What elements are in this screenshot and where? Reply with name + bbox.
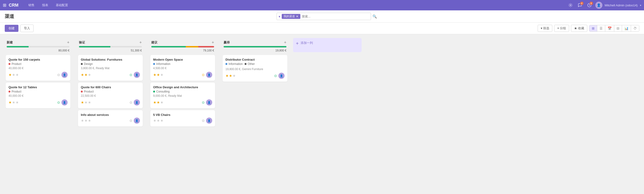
group-button[interactable]: ≡ 分组 xyxy=(554,25,569,32)
user-chevron[interactable]: ▾ xyxy=(640,4,641,6)
search-icon[interactable]: 🔍 xyxy=(372,14,377,19)
kanban-card[interactable]: 5 VB Chairs ★★★ ⊙ 👤 xyxy=(150,110,215,127)
card-title: Modern Open Space xyxy=(153,58,212,61)
create-button[interactable]: 创建 xyxy=(5,25,18,32)
star-1[interactable]: ★ xyxy=(81,119,84,123)
star-3[interactable]: ★ xyxy=(16,73,19,77)
kanban-board: 新建 + 80,000 € Quote for 150 carpets Prod… xyxy=(0,34,644,194)
add-column-button[interactable]: + 添加一列 xyxy=(293,38,362,52)
star-1[interactable]: ★ xyxy=(8,73,12,77)
menu-reports[interactable]: 报表 xyxy=(39,2,52,9)
card-icons: ⊙ 👤 xyxy=(57,99,68,106)
view-activity[interactable]: ⏱ xyxy=(631,25,639,31)
card-stars[interactable]: ★★★ xyxy=(8,100,19,105)
card-stars[interactable]: ★★★ xyxy=(226,74,236,78)
kanban-card[interactable]: Quote for 150 carpets Product 40,000.00 … xyxy=(6,55,70,81)
card-stars[interactable]: ★★★ xyxy=(8,73,19,77)
star-3[interactable]: ★ xyxy=(160,73,163,77)
star-3[interactable]: ★ xyxy=(232,74,236,78)
card-title: Quote for 600 Chairs xyxy=(81,85,140,89)
kanban-card[interactable]: Info about services ★★★ ⊙ 👤 xyxy=(78,110,143,127)
kanban-card[interactable]: Quote for 600 Chairs Product 22,500.00 €… xyxy=(78,83,143,108)
star-2[interactable]: ★ xyxy=(157,73,160,77)
star-2[interactable]: ★ xyxy=(12,73,15,77)
card-stars[interactable]: ★★★ xyxy=(81,119,91,123)
grid-icon[interactable]: ⊞ xyxy=(3,2,6,8)
column-add-won[interactable]: + xyxy=(284,40,286,45)
column-add-proposal[interactable]: + xyxy=(212,40,214,45)
star-1[interactable]: ★ xyxy=(153,100,156,105)
kanban-cards-won: Distributor Contract Information Other 1… xyxy=(221,54,289,84)
star-3[interactable]: ★ xyxy=(160,100,163,105)
star-2[interactable]: ★ xyxy=(157,119,160,123)
star-1[interactable]: ★ xyxy=(153,73,156,77)
card-footer: ★★★ ⊙ 👤 xyxy=(153,99,212,106)
card-stars[interactable]: ★★★ xyxy=(153,73,163,77)
app-logo[interactable]: CRM xyxy=(9,3,18,8)
search-input[interactable] xyxy=(302,15,369,18)
star-2[interactable]: ★ xyxy=(84,73,88,77)
star-1[interactable]: ★ xyxy=(81,73,84,77)
star-1[interactable]: ★ xyxy=(153,119,156,123)
view-table[interactable]: ⊟ xyxy=(614,25,622,31)
kanban-card[interactable]: Distributor Contract Information Other 1… xyxy=(222,55,288,82)
filter-tag[interactable]: 我的渠道 ✕ xyxy=(282,14,300,19)
kanban-card[interactable]: Modern Open Space Information 4,500.00 €… xyxy=(150,55,215,81)
search-area: ▾ 我的渠道 ✕ 🔍 xyxy=(19,13,634,20)
bug-icon-btn[interactable] xyxy=(567,2,574,9)
avatar[interactable]: 👤 xyxy=(595,2,602,9)
card-stars[interactable]: ★★★ xyxy=(153,119,163,123)
star-3[interactable]: ★ xyxy=(16,100,19,105)
star-2[interactable]: ★ xyxy=(157,100,160,105)
view-chart[interactable]: 📊 xyxy=(622,25,631,31)
card-icons: ⊙ 👤 xyxy=(130,72,140,78)
add-column-label: 添加一列 xyxy=(300,41,313,45)
user-name[interactable]: Mitchell Admin (odoo14) xyxy=(605,3,638,7)
star-1[interactable]: ★ xyxy=(81,100,84,105)
filter-tag-remove[interactable]: ✕ xyxy=(296,15,298,18)
kanban-card[interactable]: Quote for 12 Tables Product 40,000.00 € … xyxy=(6,83,70,108)
clock-icon: ⊙ xyxy=(202,73,205,77)
tag-dot xyxy=(153,63,155,65)
star-2[interactable]: ★ xyxy=(84,119,88,123)
menu-sales[interactable]: 销售 xyxy=(25,2,38,9)
star-1[interactable]: ★ xyxy=(226,74,228,78)
star-3[interactable]: ★ xyxy=(88,73,91,77)
card-footer: ★★★ ⊙ 👤 xyxy=(81,99,140,106)
column-amount-proposal: 79,100 € xyxy=(148,49,217,54)
favorite-button[interactable]: ★ 收藏 xyxy=(571,25,587,32)
kanban-cards-verify: Global Solutions: Furnitures Design 3,80… xyxy=(76,54,145,128)
card-stars[interactable]: ★★★ xyxy=(153,100,163,105)
star-2[interactable]: ★ xyxy=(12,100,15,105)
star-3[interactable]: ★ xyxy=(160,119,163,123)
view-calendar[interactable]: 📅 xyxy=(605,25,614,31)
filter-button[interactable]: ▾ 筛选 xyxy=(538,25,552,32)
star-2[interactable]: ★ xyxy=(84,100,88,105)
card-title: Office Design and Architecture xyxy=(153,85,212,89)
messages-icon-btn[interactable]: 2 xyxy=(576,2,584,9)
activity-icon-btn[interactable]: 2 xyxy=(586,2,593,9)
card-footer: ★★★ ⊙ 👤 xyxy=(226,73,284,79)
card-tag: Product xyxy=(81,90,140,93)
star-1[interactable]: ★ xyxy=(8,100,12,105)
progress-bar-proposal xyxy=(151,46,214,47)
kanban-card[interactable]: Global Solutions: Furnitures Design 3,80… xyxy=(78,55,143,81)
star-3[interactable]: ★ xyxy=(88,119,91,123)
card-amount: 19,800.00 €, Gemini Furniture xyxy=(226,67,284,71)
import-button[interactable]: 导入 xyxy=(20,24,34,32)
card-stars[interactable]: ★★★ xyxy=(81,100,91,105)
card-tag: Product xyxy=(8,62,68,66)
view-list[interactable]: ☰ xyxy=(597,25,605,31)
star-2[interactable]: ★ xyxy=(229,74,232,78)
card-amount: 22,500.00 € xyxy=(81,94,140,97)
column-add-verify[interactable]: + xyxy=(139,40,142,45)
menu-config[interactable]: 基础配置 xyxy=(52,2,71,9)
card-stars[interactable]: ★★★ xyxy=(81,73,91,77)
star-3[interactable]: ★ xyxy=(88,100,91,105)
column-amount-new: 80,000 € xyxy=(4,49,72,54)
kanban-card[interactable]: Office Design and Architecture Consultin… xyxy=(150,83,215,108)
column-add-new[interactable]: + xyxy=(67,40,70,45)
view-kanban[interactable]: ⊞ xyxy=(590,25,597,31)
tag-label: Product xyxy=(12,62,21,66)
tag-label: Consulting xyxy=(156,90,170,93)
